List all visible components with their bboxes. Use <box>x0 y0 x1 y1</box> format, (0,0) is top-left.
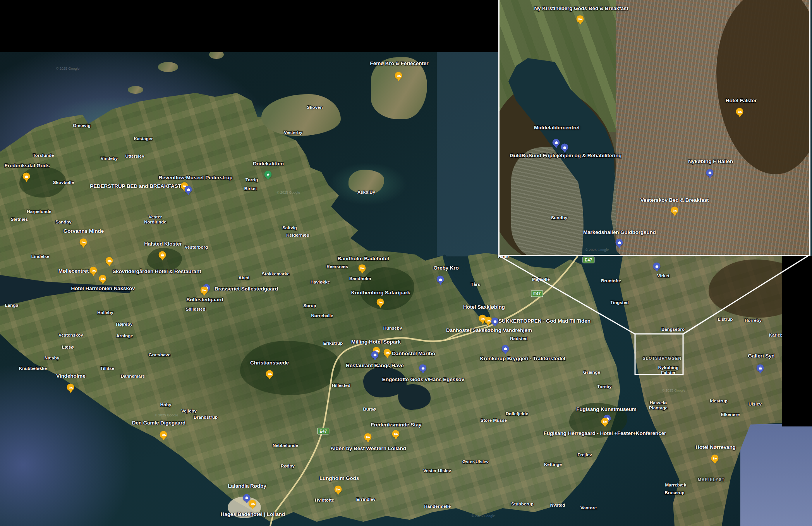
place-label[interactable]: Knubbeløkke <box>19 366 47 371</box>
place-label[interactable]: Tingsted <box>610 300 629 305</box>
poi-label[interactable]: Lalandia Rødby <box>228 483 266 489</box>
place-label[interactable]: Horreby <box>745 318 762 323</box>
place-label[interactable]: Øster-Ulslev <box>462 459 489 464</box>
place-label[interactable]: Idestrup <box>710 399 727 404</box>
place-label[interactable]: Sundby <box>551 215 567 220</box>
place-label[interactable]: Marrebæk <box>665 483 687 488</box>
poi-label[interactable]: Fuglsang Herregaard - Hotel +Fester+Konf… <box>544 430 666 437</box>
poi-label[interactable]: Danhostel Maribo <box>392 351 435 357</box>
map-pin-business-blue[interactable] <box>653 263 661 270</box>
place-label[interactable]: Højreby <box>116 322 133 327</box>
poi-label[interactable]: Hotel Harmonien Nakskov <box>71 285 135 292</box>
place-label[interactable]: Nykøbing Falster <box>658 365 678 375</box>
map-pin-lodging[interactable] <box>99 275 106 282</box>
map-pin-business-blue[interactable] <box>502 345 509 352</box>
place-label[interactable]: Hunseby <box>383 326 402 331</box>
poi-label[interactable]: Søllestedgaard <box>186 297 223 303</box>
poi-label[interactable]: Krenkerup Bryggeri - Traktørstedet <box>480 356 566 362</box>
place-label[interactable]: Frejlev <box>577 452 592 457</box>
poi-label[interactable]: Skovridergården Hotel & Restaurant <box>112 268 201 275</box>
poi-label[interactable]: Nykøbing F Hallen <box>688 158 733 165</box>
place-label[interactable]: Døllefjelde <box>506 411 528 416</box>
place-label[interactable]: Bruntofte <box>601 278 621 284</box>
place-label[interactable]: Græshave <box>149 352 170 358</box>
map-pin-business-blue[interactable] <box>437 276 444 283</box>
place-label[interactable]: Tårs <box>471 282 480 287</box>
poi-label[interactable]: Vesterskov Bed & Breakfast <box>640 197 709 203</box>
map-pin-lodging[interactable] <box>601 418 609 425</box>
place-label[interactable]: Vantore <box>580 505 597 511</box>
map-pin-lodging[interactable] <box>395 72 402 79</box>
poi-label[interactable]: Lungholm Gods <box>319 475 359 481</box>
poi-label[interactable]: Aiden by Best Western Lolland <box>330 445 406 452</box>
place-label[interactable]: Hillested <box>332 383 350 388</box>
place-label[interactable]: Reersnæs <box>326 264 348 269</box>
map-pin-lodging[interactable] <box>359 265 366 272</box>
place-label[interactable]: Sørup <box>303 303 316 308</box>
poi-label[interactable]: Frederiksdal Gods <box>5 163 50 169</box>
place-label[interactable]: Sletnæs <box>11 217 28 222</box>
place-label[interactable]: Virket <box>657 273 670 278</box>
place-label[interactable]: Havløkke <box>311 280 330 285</box>
poi-label[interactable]: Hages Badehotel | Lolland <box>221 511 285 517</box>
place-label[interactable]: Læsø <box>62 345 74 350</box>
place-label[interactable]: Bandholm <box>349 276 371 281</box>
map-pin-lodging[interactable] <box>364 433 372 441</box>
poi-label[interactable]: Knuthenborg Safaripark <box>351 290 410 296</box>
place-label[interactable]: Onsevig <box>73 123 90 128</box>
poi-label[interactable]: Femø Kro & Feriecenter <box>370 60 429 67</box>
map-pin-lodging[interactable] <box>201 287 208 294</box>
poi-label[interactable]: Halsted Kloster <box>144 241 182 247</box>
place-label[interactable]: Søllested <box>185 307 205 312</box>
place-label[interactable]: Dannemare <box>121 374 145 379</box>
map-pin-business-blue[interactable] <box>553 139 560 146</box>
place-label[interactable]: Kettinge <box>544 462 562 467</box>
place-label[interactable]: Listrup <box>718 317 733 322</box>
place-label[interactable]: Bruserup <box>664 490 684 495</box>
place-label[interactable]: Hyldtofte <box>315 498 334 503</box>
map-pin-business-blue[interactable] <box>419 364 427 372</box>
poi-label[interactable]: Engestofte Gods v/Hans Egeskov <box>382 376 464 383</box>
poi-label[interactable]: Gorvanns Minde <box>64 228 104 234</box>
poi-label[interactable]: Bandholm Badehotel <box>337 256 389 262</box>
poi-label[interactable]: Middelaldercentret <box>534 125 580 131</box>
place-label[interactable]: Langø <box>5 303 19 308</box>
place-label[interactable]: Vestenskov <box>58 333 83 338</box>
map-pin-business-blue[interactable] <box>561 144 568 151</box>
map-pin-business-blue[interactable] <box>371 351 379 359</box>
place-label[interactable]: Vindeby <box>101 156 118 161</box>
map-pin-lodging[interactable] <box>377 299 384 306</box>
place-label[interactable]: Saltvig <box>282 225 297 230</box>
place-label[interactable]: Store Musse <box>481 418 507 423</box>
map-pin-lodging[interactable] <box>67 384 74 391</box>
place-label[interactable]: Abed <box>239 275 250 280</box>
place-label[interactable]: Næsby <box>45 356 59 361</box>
place-label[interactable]: Stubberup <box>511 502 534 507</box>
place-label[interactable]: Majbølle <box>532 277 550 282</box>
map-pin-business-blue[interactable] <box>616 239 623 246</box>
map-pin-lodging[interactable] <box>384 349 391 356</box>
map-pin-business-blue[interactable] <box>243 494 251 502</box>
poi-label[interactable]: SUKKERTOPPEN - God Mad Til Tiden <box>498 318 591 324</box>
map-pin-business-yellow[interactable] <box>159 251 166 259</box>
place-label[interactable]: Elkenøre <box>721 412 740 417</box>
place-label[interactable]: Arninge <box>116 333 133 339</box>
map-pin-business-blue[interactable] <box>757 364 764 372</box>
map-pin-business-yellow[interactable] <box>23 173 30 180</box>
poi-label[interactable]: Milling Hotel Søpark <box>351 339 401 345</box>
map-pin-lodging[interactable] <box>80 239 87 246</box>
poi-label[interactable]: GuldBoSund Friplejehjem og & Rehabiliter… <box>510 153 622 159</box>
place-label[interactable]: Grænge <box>583 370 600 375</box>
place-label[interactable]: Stokkemarke <box>262 272 290 277</box>
poi-label[interactable]: Galleri Syd <box>748 353 774 359</box>
map-pin-lodging[interactable] <box>90 267 97 274</box>
map-pin-lodging[interactable] <box>106 257 113 265</box>
poi-label[interactable]: Hotel Nørrevang <box>695 444 736 450</box>
place-label[interactable]: Radsted <box>510 336 527 341</box>
map-pin-lodging[interactable] <box>392 430 400 438</box>
place-label[interactable]: Nørreballe <box>311 313 333 318</box>
map-pin-business-blue[interactable] <box>491 318 499 325</box>
map-pin-lodging[interactable] <box>671 207 678 214</box>
place-label[interactable]: Erikstrup <box>323 341 343 346</box>
place-label[interactable]: Sandby <box>55 220 72 225</box>
